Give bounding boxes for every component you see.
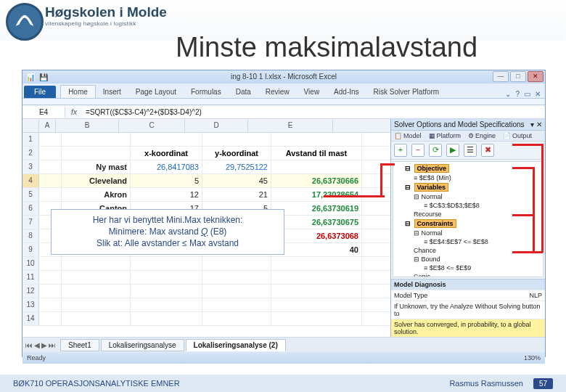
tab-data[interactable]: Data [229, 86, 258, 98]
explanation-callout: Her har vi benyttet Mini.Max teknikken: … [51, 209, 284, 255]
arrow-line [512, 144, 543, 146]
tab-page-layout[interactable]: Page Layout [128, 86, 184, 98]
arrow-line [512, 251, 543, 253]
remove-button[interactable]: − [411, 144, 424, 157]
solver-tab-output[interactable]: 📄 Output [503, 132, 532, 139]
col-e[interactable]: E [248, 119, 333, 132]
arrow-line [533, 167, 535, 253]
name-box[interactable]: E4 [22, 107, 65, 118]
sheet-tab-bar: ⏮ ◀ ▶ ⏭ Sheet1 Lokaliseringsanalyse Loka… [22, 337, 545, 352]
close-button[interactable]: ✕ [528, 71, 544, 82]
save-icon[interactable]: 💾 [38, 71, 49, 81]
last-sheet-icon[interactable]: ⏭ [49, 341, 56, 349]
model-diagnosis: Model Diagnosis Model TypeNLP If Unknown… [391, 279, 545, 337]
page-number: 57 [533, 378, 553, 389]
tab-formulas[interactable]: Formulas [184, 86, 229, 98]
tab-home[interactable]: Home [60, 85, 96, 98]
solver-tab-model[interactable]: 📋 Model [394, 132, 422, 139]
tab-risk-solver[interactable]: Risk Solver Platform [366, 86, 447, 98]
window-titlebar: 📊 💾 ing 8-10 1 l.xlsx - Microsoft Excel … [22, 70, 545, 83]
settings-button[interactable]: ☰ [464, 144, 477, 157]
solve-button[interactable]: ▶ [446, 144, 459, 157]
restore-icon[interactable]: ▭ [524, 90, 530, 98]
excel-icon: 📊 [25, 71, 36, 81]
solver-tab-platform[interactable]: ▦ Platform [429, 132, 462, 139]
next-sheet-icon[interactable]: ▶ [41, 341, 47, 349]
close-icon[interactable]: ✖ [481, 144, 494, 157]
maximize-button[interactable]: □ [510, 71, 526, 82]
tab-addins[interactable]: Add-Ins [327, 86, 366, 98]
arrow-line [512, 167, 534, 169]
tab-insert[interactable]: Insert [96, 86, 128, 98]
pane-close-icon[interactable]: ▾ ✕ [530, 121, 542, 128]
solver-tree[interactable]: Objective ≡ $E$8 (Min) Variables Normal … [393, 161, 544, 277]
footer-course: BØK710 OPERASJONSANALYTISKE EMNER [13, 379, 180, 388]
status-text: Ready [27, 354, 46, 362]
arrow-line [512, 214, 534, 216]
sheet-tab-2[interactable]: Lokaliseringsanalyse [101, 339, 184, 351]
tab-review[interactable]: Review [258, 86, 297, 98]
minimize-ribbon-icon[interactable]: ⌄ [505, 90, 511, 98]
slide-title: Minste maksimalavstand [176, 32, 477, 63]
add-button[interactable]: + [394, 144, 407, 157]
solver-tab-engine[interactable]: ⚙ Engine [468, 132, 496, 139]
zoom-level[interactable]: 130% [524, 354, 541, 362]
formula-input[interactable]: =SQRT(($C$3-C4)^2+($D$3-D4)^2) [83, 107, 545, 118]
university-name: Høgskolen i Molde vitenskapelig høgskole… [45, 4, 167, 27]
window-title: ing 8-10 1 l.xlsx - Microsoft Excel [231, 73, 337, 81]
refresh-button[interactable]: ⟳ [429, 144, 442, 157]
help-icon[interactable]: ? [515, 90, 520, 98]
file-tab[interactable]: File [24, 86, 56, 98]
col-a[interactable]: A [39, 119, 56, 132]
arrow-line [541, 144, 544, 253]
fx-icon[interactable]: fx [65, 108, 83, 116]
col-d[interactable]: D [185, 119, 248, 132]
arrow-line [380, 163, 382, 197]
minimize-button[interactable]: — [493, 71, 509, 82]
first-sheet-icon[interactable]: ⏮ [25, 341, 33, 349]
arrow-line [380, 163, 395, 166]
arrow-line [324, 195, 385, 197]
university-logo [6, 3, 44, 41]
sheet-tab-1[interactable]: Sheet1 [60, 339, 99, 351]
sheet-tab-3[interactable]: Lokaliseringsanalyse (2) [186, 339, 286, 351]
select-all[interactable] [22, 119, 39, 132]
col-c[interactable]: C [119, 119, 185, 132]
solver-pane-title: Solver Options and Model Specifications [394, 121, 525, 128]
prev-sheet-icon[interactable]: ◀ [34, 341, 40, 349]
tab-view[interactable]: View [297, 86, 327, 98]
footer-author: Rasmus Rasmussen [449, 379, 522, 388]
ribbon-tabs: File Home Insert Page Layout Formulas Da… [22, 83, 545, 99]
solver-pane: Solver Options and Model Specifications … [390, 119, 545, 337]
close-workbook-icon[interactable]: ✕ [535, 90, 541, 98]
col-b[interactable]: B [56, 119, 119, 132]
